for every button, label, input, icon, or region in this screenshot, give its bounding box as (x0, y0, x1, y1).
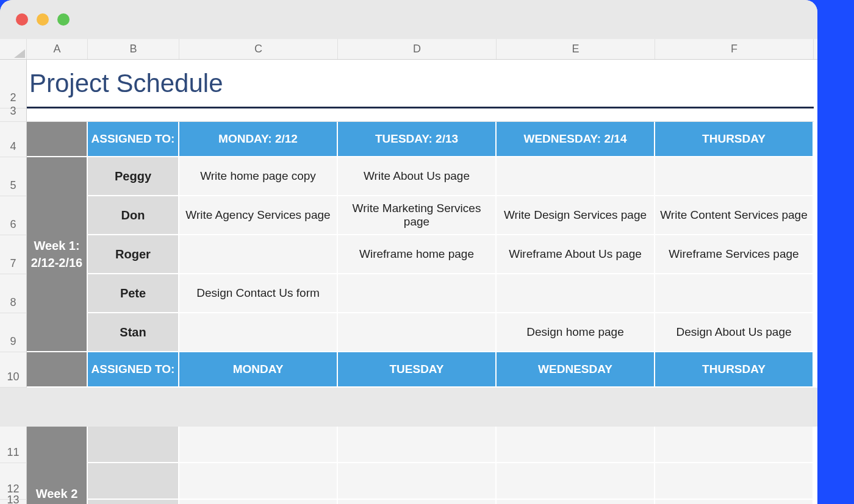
week2-cell-1-tue[interactable] (338, 427, 497, 463)
spreadsheet: A B C D E F 2 Project Schedule 3 4 ASSIG… (0, 39, 817, 388)
row-header-4[interactable]: 4 (0, 122, 27, 157)
cell-roger-tue[interactable]: Wireframe home page (338, 235, 497, 274)
week2-cell-1-wed[interactable] (497, 427, 655, 463)
cell-stan-wed[interactable]: Design home page (497, 313, 655, 352)
week2-header-tue[interactable]: TUESDAY (338, 352, 497, 388)
week2-corner-blank[interactable] (27, 352, 88, 388)
week1-label[interactable]: Week 1: 2/12-2/16 (27, 157, 88, 352)
row-header-3[interactable]: 3 (0, 108, 27, 122)
cell-roger-wed[interactable]: Wireframe About Us page (497, 235, 655, 274)
cell-pete-tue[interactable] (338, 274, 497, 313)
minimize-icon[interactable] (37, 13, 49, 26)
week1-header-assigned[interactable]: ASSIGNED TO: (88, 122, 179, 157)
week1-header-thu[interactable]: THURSDAY (655, 122, 814, 157)
cell-don-tue[interactable]: Write Marketing Services page (338, 196, 497, 235)
assignee-stan[interactable]: Stan (88, 313, 179, 352)
cell-pete-wed[interactable] (497, 274, 655, 313)
cell-stan-tue[interactable] (338, 313, 497, 352)
row-header-5[interactable]: 5 (0, 157, 27, 196)
cell-don-thu[interactable]: Write Content Services page (655, 196, 814, 235)
page-title[interactable]: Project Schedule (27, 60, 814, 108)
row-header-13[interactable]: 13 (0, 500, 27, 504)
week2-header-thu[interactable]: THURSDAY (655, 352, 814, 388)
column-header-row: A B C D E F (0, 39, 817, 60)
row-header-11[interactable]: 11 (0, 427, 27, 463)
week1-header-mon[interactable]: MONDAY: 2/12 (179, 122, 338, 157)
week2-cell-3-tue[interactable] (338, 500, 497, 504)
cell-peggy-tue[interactable]: Write About Us page (338, 157, 497, 196)
week2-label[interactable]: Week 2 (27, 427, 88, 504)
maximize-icon[interactable] (57, 13, 70, 26)
row-header-2[interactable]: 2 (0, 60, 27, 108)
week1-header-wed[interactable]: WEDNESDAY: 2/14 (497, 122, 655, 157)
week1-corner-blank[interactable] (27, 122, 88, 157)
week2-cell-3-mon[interactable] (179, 500, 338, 504)
close-icon[interactable] (16, 13, 28, 26)
week2-assignee-1[interactable] (88, 427, 179, 463)
column-header-d[interactable]: D (338, 39, 497, 59)
cell-pete-thu[interactable] (655, 274, 814, 313)
cell-peggy-wed[interactable] (497, 157, 655, 196)
cell-pete-mon[interactable]: Design Contact Us form (179, 274, 338, 313)
week2-header-mon[interactable]: MONDAY (179, 352, 338, 388)
cell-don-wed[interactable]: Write Design Services page (497, 196, 655, 235)
row-header-8[interactable]: 8 (0, 274, 27, 313)
cell-stan-thu[interactable]: Design About Us page (655, 313, 814, 352)
week1-header-tue[interactable]: TUESDAY: 2/13 (338, 122, 497, 157)
assignee-don[interactable]: Don (88, 196, 179, 235)
week2-cell-1-mon[interactable] (179, 427, 338, 463)
week2-header-assigned[interactable]: ASSIGNED TO: (88, 352, 179, 388)
cell-don-mon[interactable]: Write Agency Services page (179, 196, 338, 235)
cell-stan-mon[interactable] (179, 313, 338, 352)
week2-cell-2-thu[interactable] (655, 463, 814, 500)
spreadsheet-overflow: 11 Week 2 12 13 (0, 427, 817, 504)
column-header-f[interactable]: F (655, 39, 814, 59)
week2-cell-2-mon[interactable] (179, 463, 338, 500)
week2-cell-2-wed[interactable] (497, 463, 655, 500)
select-all-corner[interactable] (0, 39, 27, 59)
column-header-a[interactable]: A (27, 39, 88, 59)
app-window: A B C D E F 2 Project Schedule 3 4 ASSIG… (0, 0, 817, 427)
column-header-b[interactable]: B (88, 39, 179, 59)
column-header-c[interactable]: C (179, 39, 338, 59)
week2-cell-3-thu[interactable] (655, 500, 814, 504)
row-header-9[interactable]: 9 (0, 313, 27, 352)
cell-peggy-mon[interactable]: Write home page copy (179, 157, 338, 196)
week2-cell-3-wed[interactable] (497, 500, 655, 504)
assignee-peggy[interactable]: Peggy (88, 157, 179, 196)
assignee-pete[interactable]: Pete (88, 274, 179, 313)
row-header-10[interactable]: 10 (0, 352, 27, 388)
week2-cell-1-thu[interactable] (655, 427, 814, 463)
window-titlebar (0, 0, 817, 39)
spacer-row[interactable] (27, 108, 814, 122)
week2-header-wed[interactable]: WEDNESDAY (497, 352, 655, 388)
spreadsheet-grid: 2 Project Schedule 3 4 ASSIGNED TO: MOND… (0, 60, 817, 388)
cell-roger-mon[interactable] (179, 235, 338, 274)
cell-peggy-thu[interactable] (655, 157, 814, 196)
week2-assignee-3[interactable] (88, 500, 179, 504)
cell-roger-thu[interactable]: Wireframe Services page (655, 235, 814, 274)
week2-cell-2-tue[interactable] (338, 463, 497, 500)
column-header-e[interactable]: E (497, 39, 655, 59)
row-header-7[interactable]: 7 (0, 235, 27, 274)
week2-assignee-2[interactable] (88, 463, 179, 500)
row-header-6[interactable]: 6 (0, 196, 27, 235)
assignee-roger[interactable]: Roger (88, 235, 179, 274)
